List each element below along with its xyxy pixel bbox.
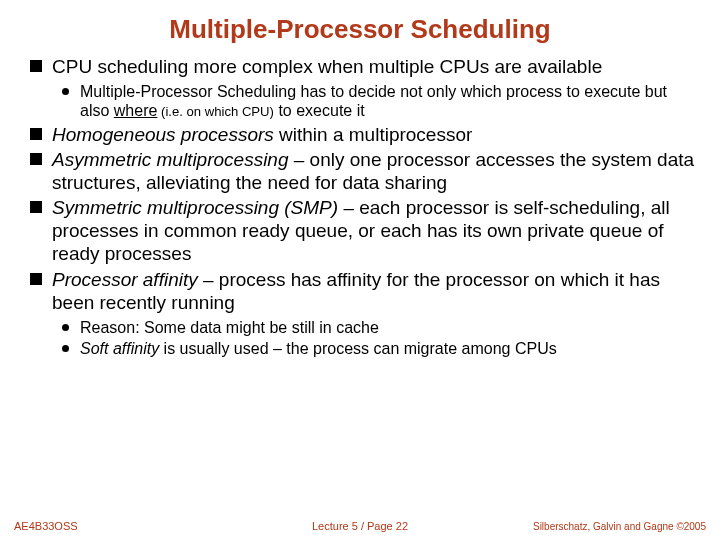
sub-bullet-soft-affinity: Soft affinity is usually used – the proc… (58, 339, 700, 358)
term: Homogeneous processors (52, 124, 274, 145)
text-small: (i.e. on which CPU) (157, 104, 274, 119)
term: Processor affinity (52, 269, 198, 290)
bullet-affinity: Processor affinity – process has affinit… (30, 268, 700, 359)
text: is usually used – the process can migrat… (159, 340, 557, 357)
bullet-symmetric: Symmetric multiprocessing (SMP) – each p… (30, 196, 700, 266)
text: to execute it (274, 102, 365, 119)
term: Soft affinity (80, 340, 159, 357)
term: Asymmetric multiprocessing (52, 149, 289, 170)
text-underline: where (114, 102, 158, 119)
sub-bullet-reason: Reason: Some data might be still in cach… (58, 318, 700, 337)
bullet-asymmetric: Asymmetric multiprocessing – only one pr… (30, 148, 700, 194)
footer-right: Silberschatz, Galvin and Gagne ©2005 (533, 521, 706, 532)
footer-center: Lecture 5 / Page 22 (312, 520, 408, 532)
bullet-text: CPU scheduling more complex when multipl… (52, 56, 602, 77)
bullet-homogeneous: Homogeneous processors within a multipro… (30, 123, 700, 146)
sub-bullet-decide: Multiple-Processor Scheduling has to dec… (58, 82, 700, 120)
text: within a multiprocessor (274, 124, 473, 145)
slide-title: Multiple-Processor Scheduling (0, 0, 720, 55)
slide-footer: AE4B33OSS Lecture 5 / Page 22 Silberscha… (0, 520, 720, 532)
bullet-cpu-complex: CPU scheduling more complex when multipl… (30, 55, 700, 121)
slide-content: CPU scheduling more complex when multipl… (0, 55, 720, 358)
footer-left: AE4B33OSS (14, 520, 78, 532)
term: Symmetric multiprocessing (SMP) (52, 197, 338, 218)
